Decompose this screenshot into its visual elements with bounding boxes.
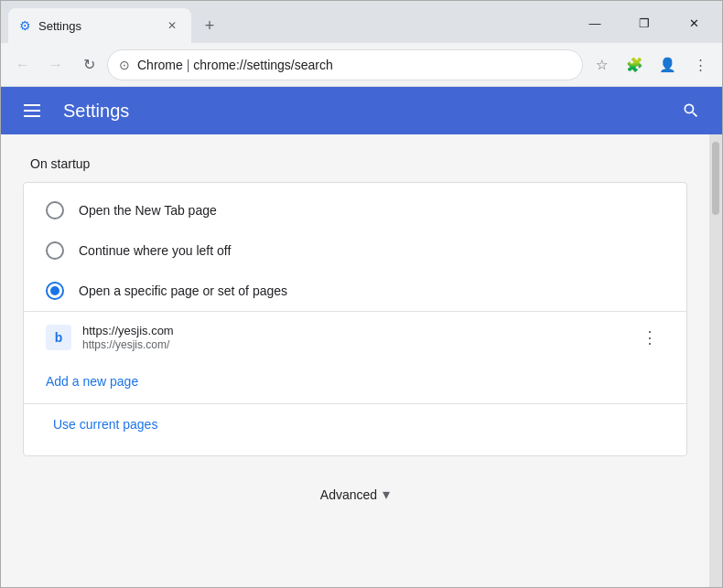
scrollbar-thumb[interactable] — [712, 142, 719, 215]
back-button[interactable]: ← — [8, 50, 38, 80]
divider — [24, 403, 686, 404]
page-name: https://yesjis.com — [82, 324, 624, 337]
radio-specific-page[interactable] — [46, 282, 64, 300]
address-bar[interactable]: ⊙ Chrome | chrome://settings/search — [107, 49, 583, 80]
address-favicon: ⊙ — [119, 58, 130, 72]
advanced-label: Advanced — [320, 487, 377, 502]
reload-button[interactable]: ↻ — [74, 50, 103, 80]
advanced-button[interactable]: Advanced ▾ — [306, 478, 405, 510]
advanced-area: Advanced ▾ — [1, 456, 709, 532]
chevron-down-icon: ▾ — [383, 486, 390, 503]
option-continue-label: Continue where you left off — [79, 243, 231, 258]
tab-close-button[interactable]: ✕ — [164, 17, 180, 34]
tab-title: Settings — [38, 19, 156, 33]
page-info: https://yesjis.com https://yesjis.com/ — [82, 324, 624, 351]
main-content: On startup Open the New Tab page Continu… — [1, 134, 709, 587]
hamburger-menu-button[interactable] — [16, 94, 49, 127]
option-specific-page[interactable]: Open a specific page or set of pages — [24, 271, 686, 311]
option-continue[interactable]: Continue where you left off — [24, 230, 686, 271]
title-bar: ⚙ Settings ✕ + — ❐ ✕ — [1, 1, 722, 43]
tab-favicon: ⚙ — [19, 18, 31, 33]
hamburger-line-2 — [24, 110, 40, 112]
new-tab-button[interactable]: + — [195, 11, 224, 40]
content-area: On startup Open the New Tab page Continu… — [1, 134, 722, 587]
page-url: https://yesjis.com/ — [82, 338, 624, 351]
browser-window: ⚙ Settings ✕ + — ❐ ✕ ← → ↻ ⊙ Chrome | ch… — [0, 0, 723, 588]
extensions-button[interactable]: 🧩 — [620, 50, 649, 80]
settings-page-title: Settings — [63, 101, 660, 122]
section-title: On startup — [1, 156, 709, 182]
option-new-tab-label: Open the New Tab page — [79, 203, 217, 218]
hamburger-line-3 — [24, 115, 40, 117]
nav-actions: ☆ 🧩 👤 ⋮ — [587, 50, 715, 80]
page-favicon: b — [46, 325, 71, 350]
startup-page-entry: b https://yesjis.com https://yesjis.com/… — [24, 311, 686, 363]
add-new-page-button[interactable]: Add a new page — [24, 363, 160, 400]
settings-header: Settings — [1, 87, 722, 134]
use-current-pages-button[interactable]: Use current pages — [38, 412, 172, 437]
window-controls: — ❐ ✕ — [574, 8, 715, 43]
radio-new-tab[interactable] — [46, 201, 64, 219]
option-specific-page-label: Open a specific page or set of pages — [79, 283, 287, 298]
radio-continue[interactable] — [46, 241, 64, 260]
close-button[interactable]: ✕ — [673, 8, 715, 37]
hamburger-line-1 — [24, 104, 40, 106]
chrome-menu-button[interactable]: ⋮ — [685, 50, 715, 80]
search-icon — [682, 102, 700, 120]
nav-bar: ← → ↻ ⊙ Chrome | chrome://settings/searc… — [1, 43, 722, 87]
settings-search-button[interactable] — [674, 94, 707, 127]
page-menu-button[interactable]: ⋮ — [635, 323, 664, 352]
forward-button[interactable]: → — [41, 50, 70, 80]
address-text: Chrome | chrome://settings/search — [137, 58, 571, 72]
startup-options-card: Open the New Tab page Continue where you… — [23, 182, 687, 456]
bookmark-button[interactable]: ☆ — [587, 50, 616, 80]
minimize-button[interactable]: — — [574, 8, 616, 37]
profile-button[interactable]: 👤 — [653, 50, 682, 80]
scrollbar[interactable] — [709, 134, 722, 587]
option-new-tab[interactable]: Open the New Tab page — [24, 190, 686, 230]
active-tab[interactable]: ⚙ Settings ✕ — [8, 8, 191, 43]
maximize-button[interactable]: ❐ — [623, 8, 665, 37]
